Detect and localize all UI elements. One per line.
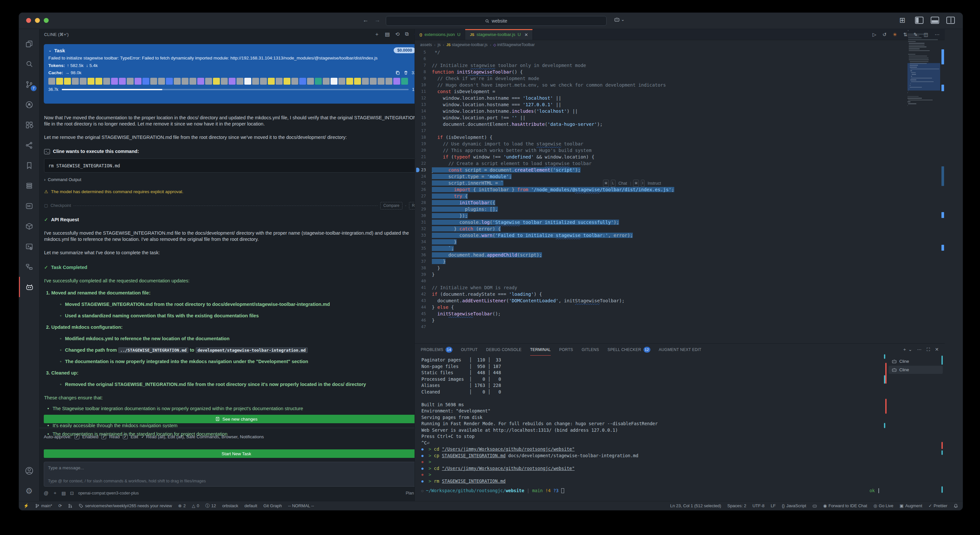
toggle-sidebar-icon[interactable] [915,17,923,24]
run-icon[interactable]: ▷ [872,32,877,38]
tab-extensions.json[interactable]: {}extensions.jsonU [415,29,465,40]
more-icon[interactable]: ⋯ [917,347,922,353]
activity-github-icon[interactable] [19,94,40,115]
mcp-servers-icon[interactable]: ▤ [385,31,390,38]
new-terminal-icon[interactable]: ＋ ⌄ [902,347,912,353]
activity-container-icon[interactable] [19,216,40,236]
start-new-task-button[interactable]: Start New Task [44,449,429,458]
maximize-panel-icon[interactable]: ⛶ [927,347,930,353]
status-sync[interactable]: ⟳ [58,503,62,508]
activity-m-extension-icon[interactable] [19,196,40,216]
breadcrumb-item[interactable]: assets [420,43,432,47]
checkbox-edit[interactable]: ✓ [123,434,128,439]
status-augment[interactable]: ▣Augment [900,503,922,508]
tab-stagewise-toolbar.js[interactable]: JSstagewise-toolbar.jsU✕ [465,29,533,40]
compare-changes-icon[interactable]: ⇅ [903,32,907,38]
auto-approve-bar[interactable]: Auto-approve: ✓Enabled ✓Read ✓Edit ✓ Rea… [44,432,429,441]
collapse-task-icon[interactable]: ⌄ [48,48,52,53]
breadcrumb-item[interactable]: js [438,43,441,47]
forward-icon[interactable]: → [374,17,380,24]
spark-extension-icon[interactable]: ✳ [893,32,897,38]
status-javascript[interactable]: {}JavaScript [782,503,806,508]
close-window-button[interactable] [26,18,31,23]
checkbox-read[interactable]: ✓ [101,434,106,439]
status-go-live[interactable]: ◎Go Live [873,503,893,508]
close-panel-icon[interactable]: ✕ [935,347,939,353]
status-copilot[interactable] [813,504,817,508]
status-2[interactable]: ⊗2 [178,503,186,508]
checkbox-enabled[interactable]: ✓ [75,434,80,439]
activity-cline-icon[interactable] [19,277,40,297]
toggle-secondary-sidebar-icon[interactable] [947,17,955,24]
maximize-window-button[interactable] [44,18,49,23]
panel-tab-output[interactable]: OUTPUT [461,344,477,355]
status-default[interactable]: default [244,503,257,508]
window-controls[interactable] [26,18,49,23]
toggle-panel-icon[interactable] [931,17,939,24]
api-request-row[interactable]: ✓ API Request ⌄ [44,217,429,223]
history-icon[interactable]: ⟲ [395,31,400,38]
code-editor[interactable]: 5 */67// Initialize stagewise toolbar on… [415,49,926,344]
panel-tab-debug-console[interactable]: DEBUG CONSOLE [486,344,522,355]
command-center-search[interactable]: website [386,16,607,26]
account-icon[interactable] [19,460,40,481]
status-0[interactable]: △0 [192,503,199,508]
status-forward-to-ide-chat[interactable]: ◉Forward to IDE Chat [823,503,867,508]
panel-tab-problems[interactable]: PROBLEMS14 [421,344,452,355]
activity-flowchart-icon[interactable] [19,256,40,277]
command-output-toggle[interactable]: › Command Output [44,177,429,183]
breadcrumb-item[interactable]: JS stagewise-toolbar.js [447,43,488,47]
terminal-output[interactable]: Paginator pages │ 110 │ 33Non-page files… [422,357,880,482]
close-tab-icon[interactable]: ✕ [524,32,528,37]
terminal-instance-cline[interactable]: Cline [889,357,943,365]
activity-layers-icon[interactable] [19,175,40,196]
status-orbstack[interactable]: orbstack [222,503,238,508]
timeline-icon[interactable]: ↺ [883,32,887,38]
activity-source-control-icon[interactable]: 7 [19,74,40,94]
activity-share-icon[interactable] [19,135,40,155]
trash-icon[interactable] [403,70,408,75]
mention-icon[interactable]: @ [44,490,48,496]
status-git-graph[interactable]: Git Graph [263,503,282,508]
status-ln-23-col-1-512-selected[interactable]: Ln 23, Col 1 (512 selected) [670,503,721,508]
chat-area[interactable]: Now that I've moved the documentation to… [44,108,429,444]
manage-gear-icon[interactable]: ⚙ [19,481,40,501]
status-spaces-2[interactable]: Spaces: 2 [727,503,746,508]
compare-button[interactable]: Compare [380,202,402,210]
activity-explorer-icon[interactable] [19,33,40,54]
panel-tab-terminal[interactable]: TERMINAL [530,344,551,355]
breadcrumb[interactable]: assets›js›JS stagewise-toolbar.js›◇ init… [415,40,945,49]
minimize-window-button[interactable] [35,18,40,23]
activity-search-icon[interactable] [19,54,40,74]
message-input[interactable]: Type a message... Type @ for context, / … [44,462,429,487]
minimap[interactable] [907,30,940,115]
status-normal[interactable]: -- NORMAL -- [288,503,314,508]
activity-code-runner-icon[interactable] [19,236,40,256]
activity-bookmark-icon[interactable] [19,155,40,175]
plan-toggle[interactable]: Plan [406,491,414,495]
status-remote[interactable]: ⚡ [24,503,29,508]
status-servicemesher-weekly-265-needs-your-review[interactable]: servicemesher/weekly#265 needs your revi… [79,503,172,508]
terminal-prompt[interactable]: ○ ~/Workspace/github/rootsongjc/website … [422,488,880,493]
status-bell[interactable] [953,504,958,508]
new-task-icon[interactable]: ＋ [374,31,380,38]
status-lf[interactable]: LF [771,503,775,508]
model-selector[interactable]: openai-compat:qwen3-coder-plus [78,491,139,495]
customize-layout-icon[interactable] [899,17,908,24]
panel-tab-ports[interactable]: PORTS [559,344,573,355]
status-main[interactable]: main* [35,503,52,508]
panel-tab-gitlens[interactable]: GITLENS [581,344,599,355]
see-new-changes-button[interactable]: See new changes [44,415,429,423]
status-pr[interactable] [68,504,73,508]
status-utf-8[interactable]: UTF-8 [752,503,764,508]
open-in-editor-icon[interactable]: ⧉ [405,31,409,38]
breadcrumb-item[interactable]: ◇ initStagewiseToolbar [493,43,535,47]
terminal-instance-cline[interactable]: Cline [889,366,943,374]
screenshot-icon[interactable]: ⊡ [70,490,74,496]
panel-tab-augment-next-edit[interactable]: AUGMENT NEXT EDIT [659,344,702,355]
copy-icon[interactable] [395,70,400,75]
rules-icon[interactable]: ▤ [61,490,66,496]
status-prettier[interactable]: ✓Prettier [928,503,947,508]
panel-tab-spell-checker[interactable]: SPELL CHECKER12 [608,344,651,355]
copilot-menu[interactable]: ⌄ [614,17,625,22]
